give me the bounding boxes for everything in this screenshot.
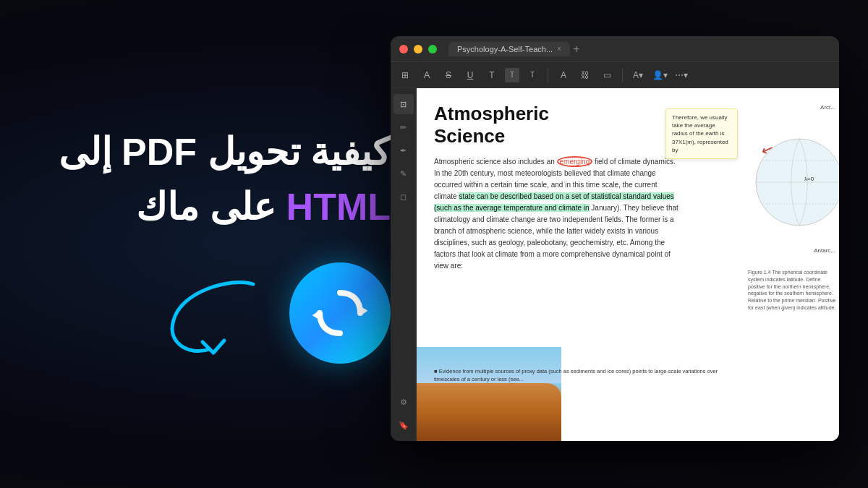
globe-svg: λ=0 0.4 0 0.4 [752, 103, 839, 262]
toolbar-t3-icon[interactable]: T [524, 67, 541, 84]
toolbar-action-icon[interactable]: ⋯▾ [673, 67, 690, 84]
toolbar-t-icon[interactable]: T [483, 67, 501, 84]
title-bar: Psychology-A-Self-Teach... × + [391, 36, 839, 62]
title-line1: كيفية تحويل PDF إلى [59, 124, 391, 179]
toolbar-color-icon[interactable]: A▾ [629, 67, 647, 84]
sidebar-settings-icon[interactable]: ⚙ [393, 392, 414, 412]
tab-bar: Psychology-A-Self-Teach... × + [448, 42, 830, 56]
highlighted-text-1: state can be described based on a set of… [434, 192, 674, 212]
toolbar-s-icon[interactable]: S [440, 67, 457, 84]
window-content: ⊡ ✏ ✒ ✎ ◻ ⚙ 🔖 Therefore, we usually take… [391, 88, 839, 441]
image-strip [417, 347, 839, 441]
sidebar-annotate-icon[interactable]: ✒ [393, 140, 414, 160]
svg-marker-1 [312, 310, 320, 320]
pdf-body: Atmospheric science also includes an eme… [434, 156, 680, 272]
active-tab[interactable]: Psychology-A-Self-Teach... × [448, 42, 570, 56]
new-tab-button[interactable]: + [573, 43, 579, 56]
mac-window-wrapper: Psychology-A-Self-Teach... × + ⊞ A S U T… [391, 36, 868, 470]
minimize-dot[interactable] [414, 45, 422, 53]
title-line2: HTML على ماك [59, 179, 391, 234]
antarctic-label: Antarc... [814, 247, 835, 254]
sidebar-highlight-icon[interactable]: ✎ [393, 163, 414, 184]
arrow-svg [159, 262, 275, 364]
toolbar-a2-icon[interactable]: A [555, 67, 572, 84]
title-arabic-2: على ماك [136, 186, 275, 228]
figure-caption: Figure 1.4 The spherical coordinate syst… [745, 269, 839, 312]
toolbar-t2-icon[interactable]: T [505, 68, 519, 82]
left-panel: كيفية تحويل PDF إلى HTML على ماك [29, 0, 412, 488]
toolbar-separator-1 [548, 68, 548, 82]
html-colored: HTML [286, 186, 391, 228]
close-dot[interactable] [399, 45, 408, 53]
sidebar-shape-icon[interactable]: ◻ [393, 187, 414, 207]
title-arabic-1: كيفية تحويل PDF إلى [59, 131, 391, 173]
curved-arrow-icon [159, 262, 275, 364]
bullet-text: ■ Evidence from multiple sources of prox… [434, 367, 738, 384]
toolbar-separator-2 [622, 68, 623, 82]
pdf-sidebar: ⊡ ✏ ✒ ✎ ◻ ⚙ 🔖 [391, 88, 417, 441]
svg-marker-0 [360, 306, 367, 316]
emerging-word: emerging [557, 156, 593, 167]
pdf-content: Therefore, we usually take the average r… [417, 88, 839, 441]
title-science: Science [434, 125, 505, 147]
toolbar-box-icon[interactable]: ▭ [598, 67, 616, 84]
title-atmospheric: Atmospheric [434, 103, 549, 124]
icon-area [159, 262, 391, 364]
rock-area [417, 383, 561, 441]
toolbar-link-icon[interactable]: ⛓ [576, 67, 594, 84]
landscape-image [417, 347, 561, 441]
sidebar-page-icon[interactable]: ⊡ [393, 94, 414, 114]
toolbar-a-icon[interactable]: A [418, 67, 435, 84]
sidebar-bookmark-icon[interactable]: 🔖 [393, 415, 414, 435]
refresh-button[interactable] [289, 262, 391, 364]
tooltip-text: Therefore, we usually take the average r… [672, 114, 728, 153]
arabic-title: كيفية تحويل PDF إلى HTML على ماك [59, 124, 391, 234]
svg-text:λ=0: λ=0 [804, 176, 814, 182]
toolbar-grid-icon[interactable]: ⊞ [396, 67, 414, 84]
maximize-dot[interactable] [428, 45, 437, 53]
pdf-page: Therefore, we usually take the average r… [417, 88, 839, 441]
toolbar: ⊞ A S U T T T A ⛓ ▭ A▾ 👤▾ ⋯▾ [391, 62, 839, 88]
tab-label: Psychology-A-Self-Teach... [457, 45, 553, 53]
tooltip-box: Therefore, we usually take the average r… [665, 108, 738, 159]
refresh-icon [311, 284, 369, 342]
mac-window: Psychology-A-Self-Teach... × + ⊞ A S U T… [391, 36, 839, 441]
tab-close-btn[interactable]: × [557, 45, 561, 53]
toolbar-u-icon[interactable]: U [461, 67, 479, 84]
toolbar-user-icon[interactable]: 👤▾ [651, 67, 668, 84]
sidebar-edit-icon[interactable]: ✏ [393, 117, 414, 137]
